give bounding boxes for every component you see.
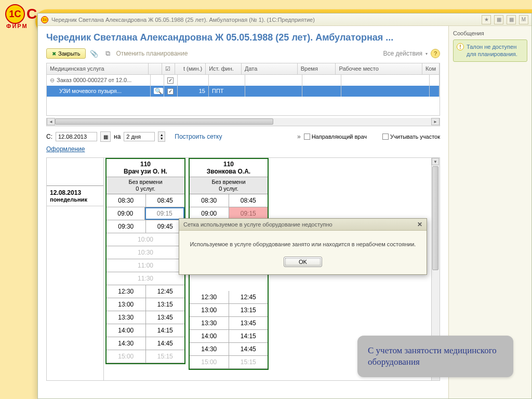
- message-item[interactable]: ! Талон не доступен для планирования.: [453, 39, 527, 62]
- time-slot[interactable]: 13:00: [190, 304, 229, 316]
- time-slot[interactable]: 14:15: [146, 324, 185, 337]
- time-slot[interactable]: 08:45: [146, 194, 185, 207]
- on-label: на: [114, 133, 121, 140]
- time-slot[interactable]: 14:45: [146, 337, 185, 350]
- titlebar-calc-icon[interactable]: ▦: [494, 15, 503, 24]
- services-grid: Медицинская услуга ☑ t (мин.) Ист. фин. …: [46, 63, 440, 116]
- time-slot[interactable]: 13:15: [229, 304, 268, 316]
- time-slot[interactable]: 10:30: [107, 246, 184, 259]
- from-label: С:: [46, 133, 52, 140]
- col-fin[interactable]: Ист. фин.: [206, 63, 242, 74]
- page-title: Чередник Светлана Александровна Ж 05.05.…: [46, 32, 440, 43]
- time-slot[interactable]: 13:45: [229, 317, 268, 329]
- dialog-body: Используемое в услуге оборудование занят…: [179, 231, 427, 274]
- time-slot[interactable]: 13:45: [146, 311, 185, 324]
- titlebar: 1c Чередник Светлана Александровна Ж 05.…: [38, 14, 531, 26]
- time-slot[interactable]: 15:15: [229, 356, 268, 368]
- col-min[interactable]: t (мин.): [175, 63, 206, 74]
- date-input[interactable]: [56, 132, 97, 141]
- close-button[interactable]: Закрыть: [46, 48, 86, 59]
- expand-icon[interactable]: »: [297, 133, 301, 140]
- time-slot[interactable]: 08:30: [190, 194, 229, 207]
- time-slot[interactable]: 11:30: [107, 272, 184, 285]
- time-slot[interactable]: 15:15: [146, 350, 185, 363]
- time-slot[interactable]: 14:45: [229, 343, 268, 355]
- horizontal-scrollbar[interactable]: ◄ ►: [46, 118, 440, 126]
- calendar-icon[interactable]: ▦: [100, 131, 111, 142]
- logo-subtitle: ФИРМ: [6, 23, 28, 29]
- app-logo: 1C С: [5, 4, 37, 24]
- grid-row-selected[interactable]: УЗИ мочевого пузыря... 🔍 15 ППТ: [47, 86, 440, 97]
- titlebar-text: Чередник Светлана Александровна Ж 05.05.…: [51, 17, 315, 23]
- help-icon[interactable]: ?: [431, 49, 440, 58]
- consider-area-check[interactable]: Учитывать участок: [382, 134, 440, 140]
- format-link[interactable]: Оформление: [46, 145, 85, 153]
- doctor-subheader: Без времени0 услуг.: [107, 177, 184, 194]
- col-chk1[interactable]: [149, 63, 162, 74]
- col-time[interactable]: Время: [298, 63, 336, 74]
- attach-icon[interactable]: 📎: [89, 48, 99, 59]
- col-service[interactable]: Медицинская услуга: [47, 63, 149, 74]
- cancel-planning-link[interactable]: Отменить планирование: [116, 50, 188, 57]
- toolbar: Закрыть 📎 ⧉ Отменить планирование Все де…: [46, 48, 440, 59]
- ok-button[interactable]: OK: [284, 257, 322, 267]
- col-date[interactable]: Дата: [242, 63, 298, 74]
- scroll-thumb-v[interactable]: [432, 166, 438, 270]
- doctor-header: 110 Звонкова О.А.: [190, 159, 268, 177]
- messages-header: Сообщения: [453, 30, 527, 36]
- dialog-message: Используемое в услуге оборудование занят…: [188, 241, 418, 247]
- time-slot[interactable]: 14:30: [190, 343, 229, 355]
- titlebar-fav-icon[interactable]: ★: [482, 15, 491, 24]
- time-slot[interactable]: 12:45: [229, 291, 268, 303]
- time-slot[interactable]: 13:00: [107, 298, 146, 311]
- time-slot[interactable]: 13:30: [190, 317, 229, 329]
- time-slot[interactable]: 10:00: [107, 233, 184, 246]
- time-slot[interactable]: 14:00: [107, 324, 146, 337]
- time-slot[interactable]: 12:45: [146, 285, 185, 298]
- time-slot[interactable]: 11:00: [107, 259, 184, 272]
- titlebar-m-icon[interactable]: M: [519, 15, 528, 24]
- dialog-close-icon[interactable]: ✕: [417, 221, 422, 228]
- filter-row: С: ▦ на ▲▼ Построить сетку » Направляющи…: [46, 131, 440, 142]
- grid-row[interactable]: ⊖Заказ 0000-000227 от 12.0...: [47, 75, 440, 86]
- build-grid-link[interactable]: Построить сетку: [175, 133, 222, 140]
- dropdown-icon[interactable]: ▾: [425, 51, 428, 56]
- titlebar-cal-icon[interactable]: ▦: [507, 15, 516, 24]
- date-cell: 12.08.2013 понедельник: [47, 186, 103, 206]
- time-slot[interactable]: 14:15: [229, 330, 268, 342]
- scroll-left-icon[interactable]: ◄: [47, 118, 55, 125]
- scroll-thumb[interactable]: [55, 118, 273, 125]
- referring-doctor-check[interactable]: Направляющий врач: [304, 134, 367, 140]
- col-comm[interactable]: Ком: [422, 63, 440, 74]
- copy-icon[interactable]: ⧉: [102, 48, 113, 59]
- scroll-down-icon[interactable]: ▼: [432, 158, 439, 165]
- time-slot[interactable]: 14:30: [107, 337, 146, 350]
- period-spinner[interactable]: ▲▼: [158, 131, 165, 142]
- time-slot[interactable]: 08:30: [107, 194, 146, 207]
- caption-overlay: С учетом занятости медицинского оборудов…: [357, 336, 513, 377]
- time-slot[interactable]: 13:15: [146, 298, 185, 311]
- titlebar-app-icon: 1c: [41, 16, 48, 23]
- doctor-column-1: 110 Врач узи О. Н. Без времени0 услуг. 0…: [105, 158, 185, 364]
- time-slot[interactable]: 09:30: [107, 220, 146, 233]
- time-slot[interactable]: 15:00: [107, 350, 146, 363]
- checkbox-icon[interactable]: [167, 88, 174, 95]
- time-slot[interactable]: 08:45: [229, 194, 268, 207]
- time-slot[interactable]: 13:30: [107, 311, 146, 324]
- time-slot[interactable]: 15:00: [190, 356, 229, 368]
- scroll-right-icon[interactable]: ►: [431, 118, 440, 125]
- time-slot[interactable]: 14:00: [190, 330, 229, 342]
- search-icon[interactable]: 🔍: [154, 88, 163, 94]
- period-input[interactable]: [124, 132, 155, 141]
- time-slot[interactable]: 12:30: [107, 285, 146, 298]
- logo-circle: 1C: [5, 4, 25, 24]
- all-actions-link[interactable]: Все действия: [383, 50, 422, 57]
- doctor-subheader: Без времени0 услуг.: [190, 177, 268, 194]
- doctor-header: 110 Врач узи О. Н.: [107, 159, 184, 177]
- col-chk2[interactable]: ☑: [162, 63, 176, 74]
- col-place[interactable]: Рабочее место: [336, 63, 422, 74]
- checkbox-icon[interactable]: [167, 77, 174, 84]
- time-slot[interactable]: 12:30: [190, 291, 229, 303]
- warning-icon: !: [457, 43, 464, 50]
- time-slot[interactable]: 09:00: [107, 207, 145, 220]
